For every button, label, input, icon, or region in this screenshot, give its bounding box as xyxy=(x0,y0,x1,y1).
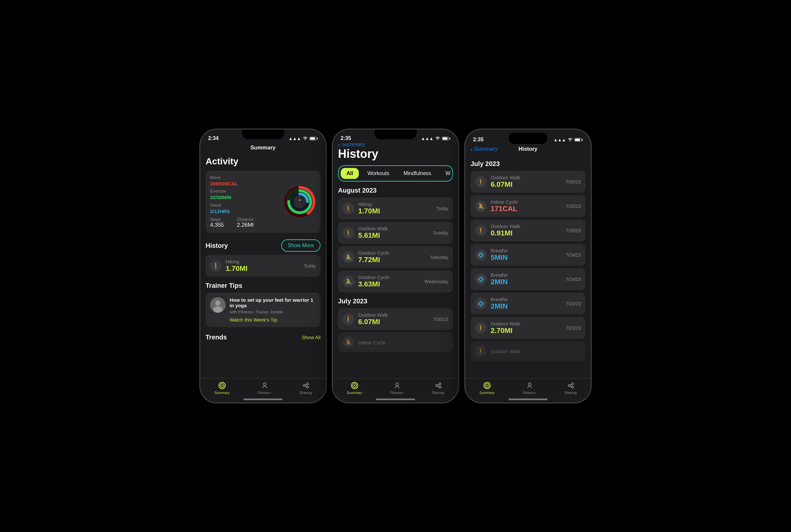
svg-point-48 xyxy=(479,302,480,303)
workout-value-3-6: 2MIN xyxy=(490,302,562,310)
workout-value-3-3: 0.91MI xyxy=(490,229,562,238)
history-item-1[interactable]: 🚶 Hiking 1.70MI Today xyxy=(206,255,321,277)
filter-workouts[interactable]: Workouts xyxy=(361,168,395,179)
workout-date-1: Today xyxy=(304,263,316,269)
filter-all[interactable]: All xyxy=(341,168,359,179)
wifi-icon xyxy=(303,136,308,141)
history-heading: History xyxy=(206,242,228,249)
workout-details-hiking: Hiking 1.70MI xyxy=(358,202,432,215)
svg-point-38 xyxy=(483,279,484,280)
workout-date-3-2: 7/25/23 xyxy=(566,204,581,209)
trends-show-all[interactable]: Show All xyxy=(302,335,321,340)
workout-date-3-7: 7/23/23 xyxy=(566,325,581,330)
workout-item-walk1[interactable]: 🚶 Outdoor Walk 5.61MI Sunday xyxy=(338,222,453,244)
tab-sharing-label-2: Sharing xyxy=(432,391,444,395)
fitness-tab-icon-3 xyxy=(525,381,534,390)
cycle-icon-cycle2: 🚴 xyxy=(343,276,354,287)
tab-sharing-2[interactable]: Sharing xyxy=(432,381,444,395)
workout-date-cycle2: Wednesday xyxy=(424,279,448,284)
sharing-tab-icon-2 xyxy=(434,381,442,390)
workout-details-3-2: Indoor Cycle 171CAL xyxy=(490,199,562,213)
svg-point-35 xyxy=(480,277,482,278)
walk-icon-3-3: 🚶 xyxy=(475,225,487,236)
back-label-3: Summary xyxy=(474,146,498,152)
battery-icon xyxy=(309,137,318,140)
workout-item-3-3[interactable]: 🚶 Outdoor Walk 0.91MI 7/25/23 xyxy=(470,220,585,241)
svg-point-20 xyxy=(354,385,355,386)
nav-title-1: Summary xyxy=(250,145,275,151)
status-time-1: 2:34 xyxy=(208,135,218,141)
svg-point-23 xyxy=(439,383,441,385)
workout-name-3-3: Outdoor Walk xyxy=(490,224,562,229)
tab-bar-1: Summary Fitness+ Sharing xyxy=(200,378,326,396)
workout-item-3-4[interactable]: Breathe 5MIN 7/24/23 xyxy=(470,244,585,266)
workout-details-3-7: Outdoor Walk 2.70MI xyxy=(490,321,562,335)
svg-point-57 xyxy=(572,383,574,385)
workout-date-hiking: Today xyxy=(437,206,448,211)
status-time-3: 2:35 xyxy=(473,137,483,142)
workout-name-walk-july: Outdoor Walk xyxy=(358,312,429,318)
workout-details-indoor: Indoor Cycle xyxy=(358,340,448,345)
workout-details-walk1: Outdoor Walk 5.61MI xyxy=(358,226,429,240)
walk-icon-3-1: 🚶 xyxy=(475,176,487,188)
tab-summary-2[interactable]: Summary xyxy=(347,381,362,395)
phone-3-content: ‹ Summary History July 2023 🚶 Outdoor Wa… xyxy=(465,145,591,402)
back-arrow-2: ‹ xyxy=(338,143,340,148)
tab-summary-3[interactable]: Summary xyxy=(479,381,495,395)
scroll-content-2[interactable]: History All Workouts Mindfulness W Augus… xyxy=(333,147,458,378)
scroll-content-3[interactable]: July 2023 🚶 Outdoor Walk 6.07MI 7/30/23 … xyxy=(465,155,591,378)
svg-point-22 xyxy=(436,384,438,386)
workout-item-walk-july[interactable]: 🚶 Outdoor Walk 6.07MI 7/30/23 xyxy=(338,308,453,330)
workout-details-3-6: Breathe 2MIN xyxy=(490,297,562,310)
workout-date-cycle1: Saturday xyxy=(430,254,448,260)
svg-point-49 xyxy=(482,302,483,303)
fitness-tab-icon-2 xyxy=(393,381,401,390)
nav-bar-3: ‹ Summary History xyxy=(465,145,591,155)
trainer-tips-heading-row: Trainer Tips xyxy=(206,282,321,289)
svg-point-55 xyxy=(528,383,531,385)
workout-date-3-5: 7/24/23 xyxy=(566,277,581,282)
tab-fitness-2[interactable]: Fitness+ xyxy=(390,381,404,395)
tips-card[interactable]: How to set up your feet for warrior 1 in… xyxy=(206,292,321,327)
back-button-2[interactable]: ‹ Summary xyxy=(338,143,365,148)
breathe-icon-3-5 xyxy=(475,273,487,285)
workout-name-cycle2: Outdoor Cycle xyxy=(358,274,421,280)
steps-section: Steps 4,355 xyxy=(210,217,224,228)
workout-item-3-6[interactable]: Breathe 2MIN 7/24/23 xyxy=(470,292,585,315)
tab-sharing-3[interactable]: Sharing xyxy=(564,381,577,395)
workout-item-cycle2[interactable]: 🚴 Outdoor Cycle 3.63MI Wednesday xyxy=(338,270,453,292)
tab-fitness-1[interactable]: Fitness+ xyxy=(258,381,271,395)
filter-w[interactable]: W xyxy=(440,168,453,179)
walk-icon-1: 🚶 xyxy=(210,260,222,272)
walk-icon-july: 🚶 xyxy=(343,314,354,325)
home-indicator-1 xyxy=(200,396,326,402)
filter-mindfulness[interactable]: Mindfulness xyxy=(398,168,437,179)
tab-sharing-1[interactable]: Sharing xyxy=(300,381,312,395)
show-more-button[interactable]: Show More xyxy=(281,240,321,252)
workout-date-3-1: 7/30/23 xyxy=(566,179,581,185)
tab-summary-1[interactable]: Summary xyxy=(214,381,230,395)
steps-value: 4,355 xyxy=(210,222,224,228)
signal-icon-2: ▲▲▲ xyxy=(421,136,433,141)
workout-item-3-1[interactable]: 🚶 Outdoor Walk 6.07MI 7/30/23 xyxy=(470,171,585,193)
workout-item-3-8[interactable]: 🚶 Outdoor Walk xyxy=(470,341,585,361)
workout-item-3-5[interactable]: Breathe 2MIN 7/24/23 xyxy=(470,268,585,290)
tab-fitness-3[interactable]: Fitness+ xyxy=(523,381,536,395)
tips-link[interactable]: Watch this Week's Tip xyxy=(230,317,316,323)
filter-tabs-2: All Workouts Mindfulness W xyxy=(338,165,453,182)
workout-value-3-5: 2MIN xyxy=(490,278,562,286)
back-button-3[interactable]: ‹ Summary xyxy=(470,146,498,153)
activity-card: Move 209/500CAL Exercise 32/30MIN Stand … xyxy=(206,171,321,233)
scroll-content-1[interactable]: Activity Move 209/500CAL Exercise 32/30M… xyxy=(200,154,326,378)
breathe-icon-3-4 xyxy=(475,249,487,261)
trainer-tips-heading: Trainer Tips xyxy=(206,282,242,289)
battery-icon-2 xyxy=(442,137,450,140)
workout-item-3-7[interactable]: 🚶 Outdoor Walk 2.70MI 7/23/23 xyxy=(470,317,585,339)
steps-distance-row: Steps 4,355 Distance 2.26MI xyxy=(210,217,279,228)
phone-2-content: ‹ Summary History All Workouts Mindfulne… xyxy=(333,143,458,402)
workout-item-3-2[interactable]: 🚴 Indoor Cycle 171CAL 7/25/23 xyxy=(470,195,585,217)
phone-notch xyxy=(242,130,284,139)
workout-item-hiking[interactable]: 🚶 Hiking 1.70MI Today xyxy=(338,197,453,219)
workout-item-indoor-cycle-partial[interactable]: 🚴 Indoor Cycle xyxy=(338,332,453,352)
workout-item-cycle1[interactable]: 🚴 Outdoor Cycle 7.72MI Saturday xyxy=(338,246,453,268)
